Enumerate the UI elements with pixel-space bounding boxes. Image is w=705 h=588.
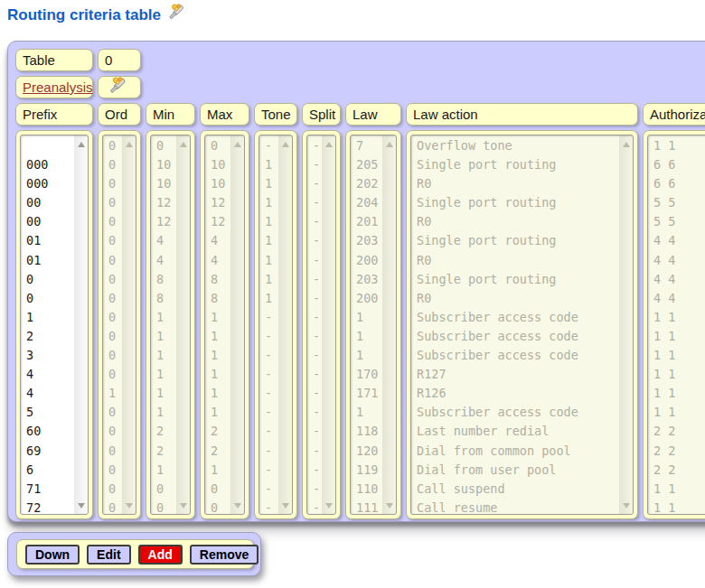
list-item[interactable]: 1 — [21, 308, 73, 327]
list-item: Call resume — [411, 499, 618, 515]
list-item[interactable]: 0 — [21, 289, 73, 308]
list-item: - — [307, 174, 321, 193]
list-item: - — [259, 346, 277, 365]
list-item[interactable]: 60 — [21, 422, 73, 441]
list-item: 1 — [351, 327, 381, 346]
list-item: 2 — [205, 422, 230, 441]
down-button[interactable]: Down — [25, 545, 80, 565]
column-header-label: Law action — [413, 107, 478, 122]
scrollbar[interactable] — [74, 135, 88, 514]
column-header-tone: Tone — [254, 103, 297, 126]
list-item[interactable]: 0 — [21, 270, 73, 289]
law_action-listbox: Overflow toneSingle port routingR0Single… — [410, 135, 634, 515]
scroll-up-icon — [123, 137, 136, 151]
edit-button[interactable]: Edit — [87, 545, 130, 565]
list-item: - — [307, 136, 321, 155]
list-item[interactable]: 000 — [21, 155, 73, 174]
scroll-down-icon[interactable] — [75, 499, 88, 512]
tools-icon — [166, 4, 186, 26]
list-rows: 010101212448811111122100 — [205, 136, 230, 515]
scroll-up-icon[interactable] — [75, 137, 88, 151]
list-item: R127 — [411, 365, 618, 384]
list-item[interactable]: 3 — [21, 346, 73, 365]
list-rows: -------------------- — [307, 136, 321, 515]
column-header-label: Ord — [105, 107, 127, 122]
list-item[interactable] — [21, 136, 73, 155]
list-item: Subscriber access code — [411, 308, 618, 327]
list-item: 1 — [151, 384, 175, 403]
list-item[interactable]: 00 — [21, 193, 73, 212]
list-item: 201 — [351, 212, 381, 231]
list-rows: Overflow toneSingle port routingR0Single… — [411, 136, 618, 515]
remove-button[interactable]: Remove — [190, 545, 258, 565]
list-item: 0 — [103, 499, 121, 515]
prefix-listbox[interactable]: 0000000000010100123445606967172 — [20, 135, 89, 515]
list-item: 0 — [103, 193, 121, 212]
list-item: Single port routing — [411, 155, 618, 174]
list-item[interactable]: 01 — [21, 231, 73, 250]
list-item: 1 — [259, 231, 277, 250]
list-item: Single port routing — [411, 231, 618, 250]
column-header-label: Prefix — [23, 107, 57, 122]
column-law_action: Law actionOverflow toneSingle port routi… — [406, 103, 638, 519]
list-item[interactable]: 4 — [21, 384, 73, 403]
list-item: - — [259, 422, 277, 441]
list-item[interactable]: 71 — [21, 480, 73, 499]
preanalysis-link[interactable]: Preanalysis — [23, 79, 93, 95]
list-item: 1 — [259, 251, 277, 270]
column-prefix: Prefix0000000000010100123445606967172 — [15, 103, 93, 519]
preanalysis-tools-box[interactable] — [98, 76, 141, 98]
list-item: 202 — [351, 174, 381, 193]
scrollbar — [322, 135, 335, 514]
list-item: 5 5 — [648, 193, 705, 212]
list-item: 0 — [205, 480, 230, 499]
tools-icon[interactable] — [107, 77, 128, 98]
list-item[interactable]: 4 — [21, 365, 73, 384]
list-item: Overflow tone — [411, 136, 618, 155]
list-item: 8 — [151, 289, 175, 308]
max-listbox: 010101212448811111122100 — [204, 135, 245, 515]
column-law: Law7205202204201203200203200111170171111… — [345, 103, 401, 519]
list-item: 6 6 — [648, 174, 705, 193]
scroll-down-icon — [620, 499, 633, 512]
list-item: R0 — [411, 289, 618, 308]
list-item: 200 — [351, 251, 381, 270]
list-item[interactable]: 5 — [21, 403, 73, 422]
list-item: 4 4 — [648, 270, 705, 289]
preanalysis-row: Preanalysis — [15, 76, 705, 98]
list-item[interactable]: 01 — [21, 251, 73, 270]
list-item: 1 — [205, 327, 230, 346]
list-item: 1 1 — [648, 403, 705, 422]
list-item[interactable]: 6 — [21, 461, 73, 480]
list-item: 8 — [205, 270, 230, 289]
list-item: 1 — [205, 346, 230, 365]
column-min: Min010101212448811111122100 — [146, 103, 195, 519]
list-rows: 0000000000010100123445606967172 — [21, 136, 73, 515]
preanalysis-box: Preanalysis — [15, 76, 93, 98]
column-ord: Ord00000000000001000000 — [98, 103, 141, 519]
list-item: 0 — [151, 480, 175, 499]
scrollbar — [382, 135, 396, 514]
list-item: 0 — [205, 499, 230, 515]
scrollbar — [619, 135, 633, 514]
list-item[interactable]: 69 — [21, 442, 73, 461]
list-item[interactable]: 72 — [21, 499, 73, 515]
list-item: 1 1 — [648, 499, 705, 515]
list-item: - — [307, 422, 321, 441]
list-item: 1 — [205, 384, 230, 403]
add-button[interactable]: Add — [138, 545, 183, 565]
column-header-law_action: Law action — [406, 103, 638, 126]
list-item[interactable]: 2 — [21, 327, 73, 346]
column-header-law: Law — [345, 103, 401, 126]
list-item: 1 1 — [648, 480, 705, 499]
table-number-box: 0 — [98, 49, 141, 71]
list-item[interactable]: 000 — [21, 174, 73, 193]
split-listbox: -------------------- — [306, 135, 336, 515]
list-item: 8 — [205, 289, 230, 308]
column-listwrap-law_action: Overflow toneSingle port routingR0Single… — [406, 130, 638, 519]
list-item: 2 — [151, 422, 175, 441]
list-item: 111 — [351, 499, 381, 515]
list-item: 1 — [259, 174, 277, 193]
list-item[interactable]: 00 — [21, 212, 73, 231]
list-item: - — [307, 480, 321, 499]
